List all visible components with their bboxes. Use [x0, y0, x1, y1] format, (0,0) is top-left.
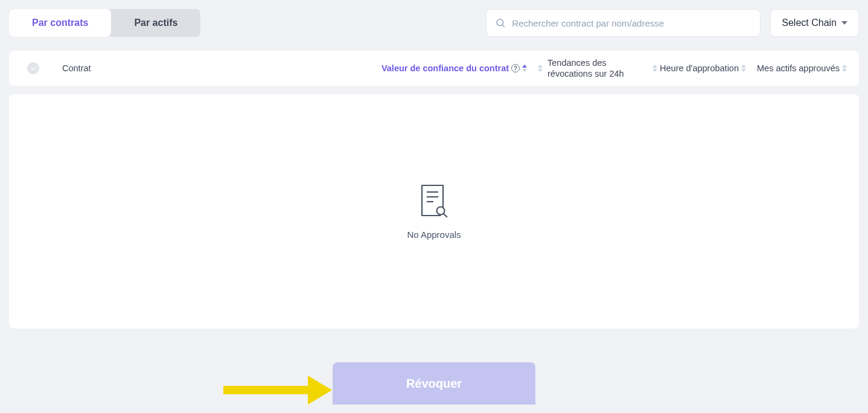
tab-by-assets[interactable]: Par actifs: [111, 9, 200, 37]
search-icon: [495, 18, 506, 28]
column-trust[interactable]: Valeur de confiance du contrat ?: [381, 63, 527, 73]
help-icon[interactable]: ?: [511, 64, 520, 72]
select-all-checkbox[interactable]: [27, 62, 44, 74]
column-time-label: Heure d'approbation: [660, 63, 739, 73]
chain-select[interactable]: Select Chain: [770, 9, 859, 37]
chain-select-label: Select Chain: [782, 18, 837, 28]
revoke-button[interactable]: Révoquer: [333, 362, 535, 405]
column-trust-label: Valeur de confiance du contrat: [381, 63, 509, 73]
column-trend[interactable]: Tendances des révocations sur 24h: [538, 57, 646, 79]
tab-by-contracts[interactable]: Par contrats: [9, 9, 111, 37]
empty-state: No Approvals: [9, 94, 859, 328]
arrow-annotation: [223, 376, 332, 405]
column-trend-label: Tendances des révocations sur 24h: [547, 57, 646, 79]
sort-icon: [538, 65, 543, 72]
arrow-right-icon: [308, 376, 332, 405]
column-time[interactable]: Heure d'approbation: [653, 63, 746, 73]
column-assets-label: Mes actifs approuvés: [757, 63, 840, 73]
svg-line-1: [503, 25, 505, 27]
table-header: Contrat Valeur de confiance du contrat ?…: [9, 51, 859, 86]
empty-message: No Approvals: [407, 229, 461, 240]
column-contract[interactable]: Contrat: [62, 63, 381, 73]
column-assets[interactable]: Mes actifs approuvés: [757, 63, 847, 73]
search-input[interactable]: [512, 18, 752, 28]
document-search-icon: [419, 184, 449, 217]
view-tabs: Par contrats Par actifs: [9, 9, 200, 37]
search-field[interactable]: [486, 9, 761, 37]
svg-point-5: [437, 206, 445, 214]
sort-icon: [741, 65, 746, 72]
svg-line-6: [444, 214, 447, 217]
check-circle-icon: [27, 62, 39, 74]
chevron-down-icon: [841, 21, 847, 25]
sort-icon: [653, 65, 657, 72]
svg-point-0: [497, 19, 503, 26]
sort-icon: [842, 65, 847, 72]
sort-icon: [522, 65, 527, 72]
